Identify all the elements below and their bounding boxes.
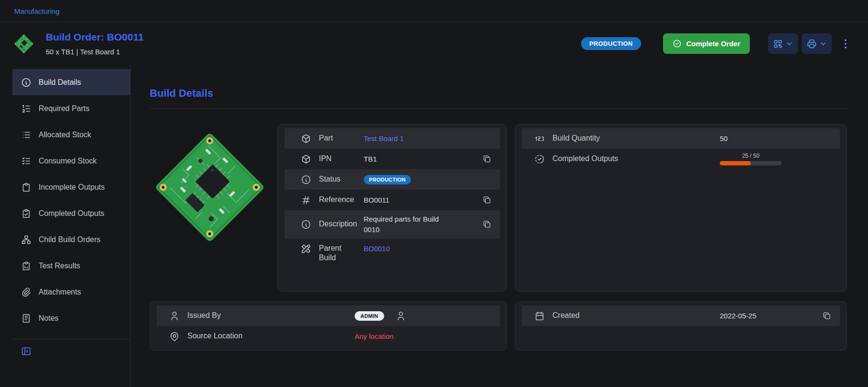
list-numbers-icon bbox=[21, 103, 31, 114]
detail-row-build-quantity: Build Quantity 50 bbox=[522, 128, 840, 149]
sidebar-item-build-details[interactable]: Build Details bbox=[12, 69, 130, 95]
sidebar-item-consumed-stock[interactable]: Consumed Stock bbox=[12, 148, 130, 174]
status-badge: PRODUCTION bbox=[581, 37, 641, 50]
chevron-down-icon bbox=[819, 40, 827, 48]
tools-icon bbox=[301, 244, 311, 254]
sidebar-collapse-icon bbox=[21, 346, 31, 356]
sidebar-item-label: Build Details bbox=[39, 78, 81, 87]
printer-icon bbox=[807, 39, 817, 49]
sidebar-item-completed-outputs[interactable]: Completed Outputs bbox=[12, 200, 130, 226]
description-label: Description bbox=[319, 219, 356, 229]
status-value-badge: PRODUCTION bbox=[364, 175, 411, 184]
reference-label: Reference bbox=[319, 195, 356, 205]
sidebar: Build Details Required Parts Allocated S… bbox=[12, 65, 131, 387]
heading-divider bbox=[150, 108, 847, 109]
part-link[interactable]: Test Board 1 bbox=[364, 133, 404, 144]
complete-order-button[interactable]: Complete Order bbox=[663, 33, 750, 54]
sidebar-item-label: Incomplete Outputs bbox=[39, 183, 105, 192]
progress-fill bbox=[720, 161, 751, 165]
copy-ipn-button[interactable] bbox=[481, 153, 492, 164]
created-value: 2022-05-25 bbox=[720, 311, 756, 321]
info-circle-icon bbox=[301, 174, 311, 185]
title-block: Build Order: BO0011 50 x TB1 | Test Boar… bbox=[46, 31, 143, 56]
copy-icon bbox=[482, 154, 491, 163]
breadcrumb-manufacturing[interactable]: Manufacturing bbox=[14, 7, 60, 15]
barcode-actions-button[interactable] bbox=[768, 33, 798, 54]
created-label: Created bbox=[552, 311, 712, 321]
issue-panel: Issued By ADMIN Source Location Any loca… bbox=[150, 301, 507, 351]
clipboard-icon bbox=[21, 182, 31, 193]
copy-icon bbox=[482, 195, 491, 204]
detail-row-parent-build: Parent Build BO0010 bbox=[285, 239, 500, 267]
page-subtitle: 50 x TB1 | Test Board 1 bbox=[46, 48, 143, 56]
sidebar-item-label: Test Results bbox=[39, 262, 80, 270]
calendar-icon bbox=[534, 311, 545, 321]
details-grid: Part Test Board 1 IPN TB1 Status bbox=[150, 124, 847, 351]
sidebar-item-allocated-stock[interactable]: Allocated Stock bbox=[12, 122, 130, 148]
breadcrumb: Manufacturing bbox=[0, 0, 868, 22]
sidebar-item-label: Allocated Stock bbox=[39, 131, 91, 139]
list-check-icon bbox=[21, 156, 31, 166]
sidebar-item-notes[interactable]: Notes bbox=[12, 305, 130, 331]
page-header: Build Order: BO0011 50 x TB1 | Test Boar… bbox=[0, 22, 868, 65]
detail-row-completed-outputs: Completed Outputs 25 / 50 bbox=[522, 149, 840, 169]
circle-check-icon bbox=[673, 39, 682, 48]
print-actions-button[interactable] bbox=[802, 33, 832, 54]
sidebar-item-label: Required Parts bbox=[39, 104, 90, 113]
pcb-image bbox=[153, 130, 267, 244]
user-icon bbox=[169, 311, 180, 321]
reference-value: BO0011 bbox=[364, 195, 389, 205]
sidebar-item-label: Consumed Stock bbox=[39, 157, 97, 165]
created-panel: Created 2022-05-25 bbox=[515, 301, 847, 351]
issued-by-value-group: ADMIN bbox=[355, 311, 406, 321]
copy-icon bbox=[482, 220, 491, 229]
build-quantity-label: Build Quantity bbox=[552, 133, 712, 143]
details-panel: Part Test Board 1 IPN TB1 Status bbox=[277, 124, 507, 292]
numbers-123-icon bbox=[534, 133, 545, 144]
detail-row-reference: Reference BO0011 bbox=[285, 190, 500, 210]
parent-build-label: Parent Build bbox=[319, 244, 356, 264]
clipboard-check-icon bbox=[21, 208, 31, 219]
part-image[interactable] bbox=[150, 124, 270, 292]
complete-order-label: Complete Order bbox=[686, 40, 740, 48]
sidebar-item-label: Child Build Orders bbox=[39, 235, 101, 244]
copy-description-button[interactable] bbox=[481, 219, 492, 230]
parent-build-link[interactable]: BO0010 bbox=[364, 244, 390, 254]
sidebar-item-attachments[interactable]: Attachments bbox=[12, 279, 130, 305]
copy-icon bbox=[822, 311, 831, 320]
main-content: Build Details Part Test Board 1 bbox=[131, 65, 868, 387]
sidebar-item-label: Completed Outputs bbox=[39, 209, 104, 218]
sidebar-item-test-results[interactable]: Test Results bbox=[12, 253, 130, 279]
chevron-down-icon bbox=[786, 40, 793, 48]
sidebar-item-label: Notes bbox=[39, 314, 59, 323]
issued-by-label: Issued By bbox=[187, 311, 347, 321]
sidebar-divider bbox=[12, 339, 130, 339]
part-label: Part bbox=[319, 133, 356, 143]
sidebar-item-child-build-orders[interactable]: Child Build Orders bbox=[12, 226, 130, 253]
user-icon bbox=[396, 311, 406, 321]
status-label: Status bbox=[319, 174, 356, 184]
progress-text: 25 / 50 bbox=[720, 153, 782, 159]
detail-row-status: Status PRODUCTION bbox=[285, 169, 500, 190]
completed-outputs-progress: 25 / 50 bbox=[720, 153, 782, 165]
build-quantity-value: 50 bbox=[720, 133, 728, 144]
sidebar-item-incomplete-outputs[interactable]: Incomplete Outputs bbox=[12, 174, 130, 200]
copy-created-button[interactable] bbox=[821, 310, 832, 321]
info-circle-icon bbox=[301, 219, 311, 230]
detail-row-part: Part Test Board 1 bbox=[285, 128, 500, 149]
sidebar-item-required-parts[interactable]: Required Parts bbox=[12, 95, 130, 122]
package-icon bbox=[301, 154, 311, 164]
detail-row-issued-by: Issued By ADMIN bbox=[157, 306, 500, 326]
collapse-sidebar-button[interactable] bbox=[12, 344, 130, 356]
paperclip-icon bbox=[21, 287, 31, 297]
detail-row-description: Description Required parts for Build 001… bbox=[285, 210, 500, 239]
detail-row-created: Created 2022-05-25 bbox=[522, 306, 840, 326]
hash-icon bbox=[301, 195, 311, 205]
copy-reference-button[interactable] bbox=[481, 194, 492, 205]
completed-outputs-label: Completed Outputs bbox=[552, 154, 712, 164]
sitemap-icon bbox=[21, 234, 31, 245]
report-icon bbox=[21, 261, 31, 271]
list-icon bbox=[21, 130, 31, 140]
build-thumbnail[interactable] bbox=[12, 32, 35, 55]
more-actions-button[interactable] bbox=[839, 38, 852, 50]
